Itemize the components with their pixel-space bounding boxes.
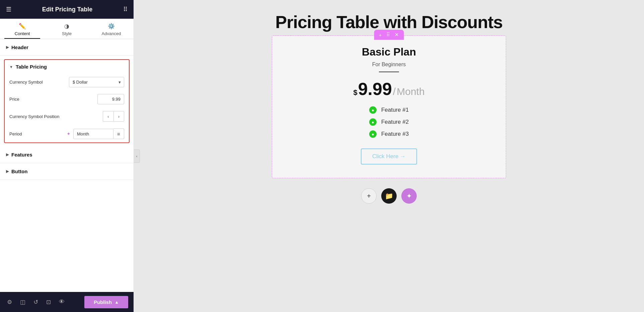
button-arrow-icon: ▶ xyxy=(6,169,9,174)
period-input-wrapper: ≡ xyxy=(73,128,124,139)
currency-position-label: Currency Symbol Position xyxy=(9,114,100,119)
plan-subtitle: For Beginners xyxy=(372,62,406,68)
layers-icon[interactable]: ◫ xyxy=(18,297,27,307)
price-input-wrapper xyxy=(97,94,124,104)
panel-title: Edit Pricing Table xyxy=(42,6,93,13)
currency-symbol-row: Currency Symbol $ Dollar € Euro £ Pound … xyxy=(5,74,129,91)
price-label: Price xyxy=(9,97,95,102)
content-tab-icon: ✏️ xyxy=(19,23,26,30)
currency-symbol-select[interactable]: $ Dollar € Euro £ Pound ¥ Yen xyxy=(69,77,124,87)
price-row: Price xyxy=(5,91,129,108)
fab-area: + 📁 ✦ xyxy=(134,188,644,204)
section-header: ▶ Header xyxy=(0,39,134,56)
features-label: Features xyxy=(11,152,32,158)
period-label: Period xyxy=(9,131,65,136)
publish-chevron-icon: ▲ xyxy=(114,300,119,305)
period-dynamic-icon: ✦ xyxy=(67,131,71,136)
section-features: ▶ Features xyxy=(0,146,134,163)
period-input[interactable] xyxy=(73,129,113,139)
history-icon[interactable]: ↺ xyxy=(32,297,40,307)
section-header-label: Header xyxy=(11,44,28,50)
section-button: ▶ Button xyxy=(0,163,134,180)
feature-label-2: Feature #2 xyxy=(381,119,409,125)
widget-close-button[interactable]: ✕ xyxy=(394,31,400,38)
advanced-tab-icon: ⚙️ xyxy=(108,23,115,30)
currency-symbol-label: Currency Symbol xyxy=(9,80,66,85)
collapse-handle[interactable]: ‹ xyxy=(134,149,140,163)
period-label-wrapper: Period ✦ xyxy=(9,131,71,136)
folder-fab-button[interactable]: 📁 xyxy=(381,188,397,204)
feature-dot-1: ● xyxy=(369,106,377,114)
cta-button[interactable]: Click Here → xyxy=(361,148,417,165)
tab-advanced[interactable]: ⚙️ Advanced xyxy=(89,19,134,39)
grid-icon[interactable]: ⠿ xyxy=(123,6,128,13)
widget-toolbar: + ⠿ ✕ xyxy=(374,30,404,40)
table-pricing-toggle[interactable]: ▼ Table Pricing xyxy=(5,60,129,74)
widget-area: + ⠿ ✕ Basic Plan For Beginners $ 9.99 / … xyxy=(272,35,506,178)
widget-move-button[interactable]: ⠿ xyxy=(386,31,391,38)
header-arrow-icon: ▶ xyxy=(6,45,9,49)
feature-dot-2: ● xyxy=(369,118,377,126)
section-header-toggle[interactable]: ▶ Header xyxy=(0,39,134,56)
style-tab-icon: ◑ xyxy=(64,23,69,30)
list-item: ● Feature #3 xyxy=(369,130,409,138)
tab-style[interactable]: ◑ Style xyxy=(45,19,89,39)
feature-label-1: Feature #1 xyxy=(381,107,409,113)
features-list: ● Feature #1 ● Feature #2 ● Feature #3 xyxy=(319,106,459,138)
table-pricing-label: Table Pricing xyxy=(16,64,47,70)
magic-fab-button[interactable]: ✦ xyxy=(401,188,417,204)
tab-content[interactable]: ✏️ Content xyxy=(0,19,45,39)
features-toggle[interactable]: ▶ Features xyxy=(0,146,134,163)
plan-price-row: $ 9.99 / Month xyxy=(353,79,424,99)
canvas-title: Pricing Table with Discounts xyxy=(275,12,503,32)
add-fab-button[interactable]: + xyxy=(361,188,377,204)
preview-icon[interactable]: 👁 xyxy=(57,297,66,307)
list-item: ● Feature #1 xyxy=(369,106,409,114)
bottom-bar: ⚙ ◫ ↺ ⊡ 👁 Publish ▲ xyxy=(0,292,134,312)
price-slash: / xyxy=(393,86,396,97)
features-arrow-icon: ▶ xyxy=(6,152,9,157)
period-row: Period ✦ ≡ xyxy=(5,125,129,142)
pricing-card: Basic Plan For Beginners $ 9.99 / Month … xyxy=(319,46,459,165)
plan-divider xyxy=(379,72,399,72)
section-table-pricing: ▼ Table Pricing Currency Symbol $ Dollar… xyxy=(4,59,130,143)
right-canvas: Pricing Table with Discounts + ⠿ ✕ Basic… xyxy=(134,0,644,312)
table-pricing-arrow-icon: ▼ xyxy=(9,65,13,69)
currency-symbol-select-wrapper: $ Dollar € Euro £ Pound ¥ Yen ▼ xyxy=(69,77,124,87)
price-amount: 9.99 xyxy=(358,79,392,99)
currency-position-controls: ‹ › xyxy=(103,111,124,122)
price-input[interactable] xyxy=(97,94,124,104)
feature-label-3: Feature #3 xyxy=(381,131,409,137)
widget-add-button[interactable]: + xyxy=(378,31,383,38)
button-label: Button xyxy=(11,169,27,174)
settings-icon[interactable]: ⚙ xyxy=(5,297,14,307)
period-stack-button[interactable]: ≡ xyxy=(113,128,124,139)
left-panel: ☰ Edit Pricing Table ⠿ ✏️ Content ◑ Styl… xyxy=(0,0,134,312)
panel-body: ▶ Header ▼ Table Pricing Currency Symbol… xyxy=(0,39,134,292)
currency-position-left-button[interactable]: ‹ xyxy=(103,111,113,122)
plan-name: Basic Plan xyxy=(362,46,416,58)
publish-label: Publish xyxy=(94,299,112,305)
publish-button[interactable]: Publish ▲ xyxy=(84,296,128,308)
button-toggle[interactable]: ▶ Button xyxy=(0,163,134,180)
list-item: ● Feature #2 xyxy=(369,118,409,126)
feature-dot-3: ● xyxy=(369,130,377,138)
price-period: Month xyxy=(397,86,424,97)
panel-header: ☰ Edit Pricing Table ⠿ xyxy=(0,0,134,19)
tabs-row: ✏️ Content ◑ Style ⚙️ Advanced xyxy=(0,19,134,39)
responsive-icon[interactable]: ⊡ xyxy=(45,297,53,307)
price-currency: $ xyxy=(353,88,357,97)
currency-position-right-button[interactable]: › xyxy=(113,111,124,122)
currency-position-row: Currency Symbol Position ‹ › xyxy=(5,108,129,125)
hamburger-icon[interactable]: ☰ xyxy=(6,6,11,13)
